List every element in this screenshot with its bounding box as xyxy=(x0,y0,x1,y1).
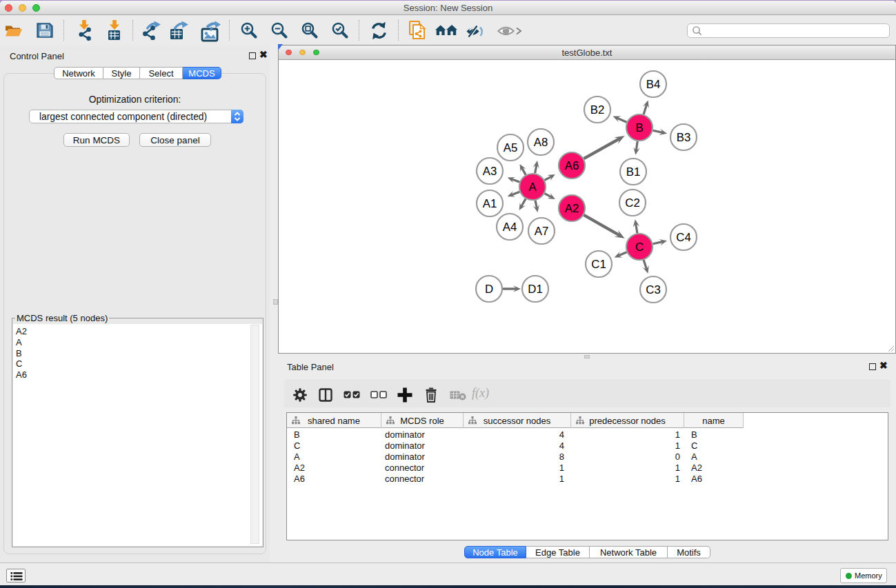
svg-text:D: D xyxy=(485,283,493,296)
svg-text:C2: C2 xyxy=(625,196,639,210)
svg-text:B: B xyxy=(635,121,643,134)
svg-text:C4: C4 xyxy=(676,231,690,244)
svg-text:A1: A1 xyxy=(483,197,497,210)
svg-text:A4: A4 xyxy=(503,221,517,234)
svg-text:A: A xyxy=(528,181,537,194)
svg-text:C1: C1 xyxy=(591,258,606,271)
svg-text:C3: C3 xyxy=(646,283,660,296)
svg-text:B3: B3 xyxy=(677,131,691,144)
svg-text:A3: A3 xyxy=(483,165,497,178)
svg-text:A7: A7 xyxy=(535,225,549,238)
svg-text:A8: A8 xyxy=(534,136,548,149)
svg-text:B4: B4 xyxy=(646,78,661,91)
svg-text:A5: A5 xyxy=(504,141,518,154)
svg-text:C: C xyxy=(635,241,644,254)
svg-text:B1: B1 xyxy=(626,165,641,179)
svg-text:A6: A6 xyxy=(565,159,579,172)
svg-text:A2: A2 xyxy=(565,202,579,215)
svg-text:D1: D1 xyxy=(528,283,542,296)
svg-text:B2: B2 xyxy=(590,103,605,116)
